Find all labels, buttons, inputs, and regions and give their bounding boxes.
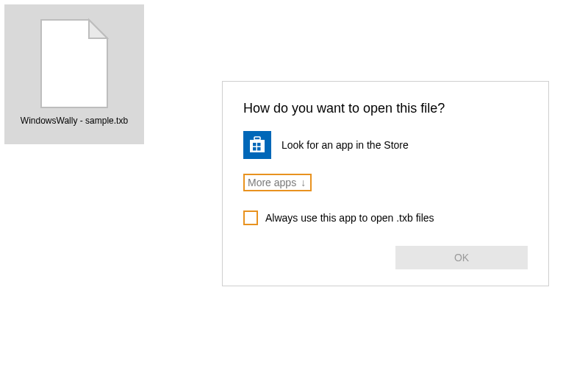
- more-apps-toggle[interactable]: More apps ↓: [243, 174, 312, 191]
- chevron-down-icon: ↓: [301, 177, 306, 188]
- blank-file-icon: [37, 18, 111, 110]
- svg-rect-5: [257, 143, 261, 146]
- desktop-file-label: WindowsWally - sample.txb: [21, 116, 128, 126]
- store-option-label: Look for an app in the Store: [282, 139, 409, 151]
- svg-rect-2: [254, 137, 260, 140]
- always-use-checkbox[interactable]: [243, 210, 258, 225]
- svg-marker-1: [89, 20, 107, 38]
- always-use-row: Always use this app to open .txb files: [243, 210, 528, 225]
- svg-rect-6: [253, 147, 257, 151]
- store-option[interactable]: Look for an app in the Store: [243, 131, 528, 159]
- dialog-title: How do you want to open this file?: [243, 101, 528, 116]
- ok-button[interactable]: OK: [395, 246, 528, 269]
- store-icon: [243, 131, 271, 159]
- svg-rect-4: [253, 143, 257, 146]
- dialog-button-row: OK: [243, 246, 528, 269]
- svg-rect-7: [257, 147, 261, 151]
- more-apps-label: More apps: [248, 177, 296, 188]
- open-with-dialog: How do you want to open this file? Look …: [222, 81, 549, 286]
- desktop-file-tile[interactable]: WindowsWally - sample.txb: [4, 4, 144, 144]
- always-use-label: Always use this app to open .txb files: [265, 212, 434, 224]
